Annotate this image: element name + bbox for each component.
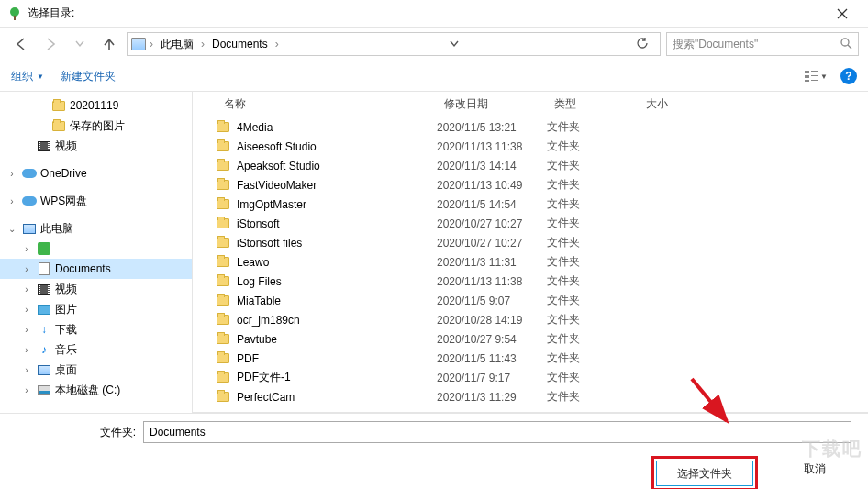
- col-size[interactable]: 大小: [639, 96, 712, 112]
- tree-item[interactable]: ›♪音乐: [0, 339, 192, 360]
- tree-item[interactable]: ›↓下载: [0, 319, 192, 339]
- file-row[interactable]: iStonsoft2020/10/27 10:27文件夹: [193, 214, 868, 233]
- tree-item[interactable]: ⌄此电脑: [0, 218, 192, 239]
- tree-item[interactable]: 视频: [0, 136, 192, 156]
- file-name: Log Files: [237, 275, 437, 288]
- select-folder-button[interactable]: 选择文件夹: [656, 461, 753, 486]
- tree-item[interactable]: ›桌面: [0, 360, 192, 380]
- expand-icon[interactable]: ›: [20, 365, 33, 375]
- col-name[interactable]: 名称: [217, 96, 437, 112]
- refresh-button[interactable]: [629, 37, 656, 52]
- breadcrumb-pc[interactable]: 此电脑: [157, 37, 197, 52]
- tree-icon: [37, 282, 51, 296]
- tree-label: 下载: [55, 322, 77, 338]
- arrow-left-icon: [14, 37, 28, 51]
- col-date[interactable]: 修改日期: [437, 96, 547, 112]
- file-row[interactable]: MiaTable2020/11/5 9:07文件夹: [193, 291, 868, 310]
- svg-rect-9: [811, 71, 818, 72]
- file-row[interactable]: Log Files2020/11/13 11:38文件夹: [193, 272, 868, 291]
- up-button[interactable]: [97, 32, 121, 56]
- file-row[interactable]: 4Media2020/11/5 13:21文件夹: [193, 117, 868, 137]
- expand-icon[interactable]: ›: [20, 385, 33, 395]
- tree-label: 视频: [55, 282, 77, 297]
- file-name: Aiseesoft Studio: [237, 140, 437, 153]
- breadcrumb-folder[interactable]: Documents: [208, 38, 272, 50]
- expand-icon[interactable]: ›: [20, 325, 33, 335]
- tree-item[interactable]: ›视频: [0, 279, 192, 299]
- col-type[interactable]: 类型: [547, 96, 639, 112]
- folder-icon: [217, 315, 231, 325]
- tree-label: 图片: [55, 302, 77, 317]
- expand-icon[interactable]: ›: [20, 284, 33, 295]
- file-row[interactable]: FastVideoMaker2020/11/13 10:49文件夹: [193, 175, 868, 194]
- search-input[interactable]: 搜索"Documents": [666, 32, 859, 56]
- tree-icon: [37, 261, 51, 276]
- help-button[interactable]: ?: [840, 68, 857, 84]
- folder-icon: [217, 122, 231, 132]
- file-row[interactable]: ocr_jm189cn2020/10/28 14:19文件夹: [193, 310, 868, 329]
- file-date: 2020/11/5 9:07: [437, 295, 547, 307]
- file-rows[interactable]: 4Media2020/11/5 13:21文件夹Aiseesoft Studio…: [193, 117, 868, 413]
- svg-rect-1: [14, 16, 16, 20]
- expand-icon[interactable]: ›: [20, 244, 33, 254]
- file-name: PerfectCam: [237, 391, 437, 404]
- tree-item[interactable]: 20201119: [0, 95, 192, 116]
- file-row[interactable]: Apeaksoft Studio2020/11/3 14:14文件夹: [193, 156, 868, 175]
- new-folder-button[interactable]: 新建文件夹: [61, 69, 116, 84]
- tree-label: 桌面: [55, 362, 77, 378]
- back-button[interactable]: [9, 32, 33, 56]
- svg-rect-11: [811, 80, 818, 81]
- app-icon: [7, 6, 22, 21]
- file-row[interactable]: iStonsoft files2020/10/27 10:27文件夹: [193, 233, 868, 252]
- expand-icon[interactable]: ›: [20, 305, 33, 315]
- body-area: 20201119保存的图片视频›OneDrive›WPS网盘⌄此电脑››Docu…: [0, 92, 868, 413]
- close-button[interactable]: [824, 0, 861, 27]
- expand-icon[interactable]: ›: [6, 196, 18, 206]
- file-type: 文件夹: [547, 235, 639, 250]
- tree-item[interactable]: ›图片: [0, 299, 192, 319]
- file-type: 文件夹: [547, 196, 639, 212]
- pc-icon: [131, 38, 146, 50]
- toolbar: 组织 ▼ 新建文件夹 ▼ ?: [0, 61, 868, 92]
- file-row[interactable]: ImgOptMaster2020/11/5 14:54文件夹: [193, 194, 868, 214]
- file-type: 文件夹: [547, 389, 639, 405]
- forward-button[interactable]: [39, 32, 62, 56]
- expand-icon[interactable]: ›: [20, 264, 33, 274]
- file-date: 2020/11/3 11:31: [437, 256, 547, 269]
- file-row[interactable]: PDF2020/11/5 11:43文件夹: [193, 349, 868, 368]
- file-row[interactable]: PerfectCam2020/11/3 11:29文件夹: [193, 387, 868, 406]
- organize-menu[interactable]: 组织: [11, 69, 33, 84]
- file-name: Leawo: [237, 256, 437, 269]
- tree-label: 本地磁盘 (C:): [55, 383, 120, 398]
- path-dropdown[interactable]: [442, 38, 466, 50]
- expand-icon[interactable]: ›: [20, 345, 33, 355]
- title-bar: 选择目录:: [0, 0, 868, 28]
- history-dropdown[interactable]: [68, 32, 92, 56]
- expand-icon[interactable]: ›: [6, 169, 18, 179]
- folder-tree[interactable]: 20201119保存的图片视频›OneDrive›WPS网盘⌄此电脑››Docu…: [0, 92, 193, 413]
- tree-item[interactable]: ›WPS网盘: [0, 191, 192, 211]
- file-row[interactable]: PDF文件-12020/11/7 9:17文件夹: [193, 368, 868, 387]
- tree-item[interactable]: ›本地磁盘 (C:): [0, 380, 192, 400]
- file-type: 文件夹: [547, 254, 639, 270]
- file-name: Apeaksoft Studio: [237, 160, 437, 172]
- folder-name-input[interactable]: [143, 421, 851, 443]
- file-date: 2020/11/13 11:38: [437, 140, 547, 153]
- file-date: 2020/11/3 14:14: [437, 160, 547, 172]
- file-date: 2020/11/7 9:17: [437, 372, 547, 384]
- expand-icon[interactable]: ⌄: [6, 224, 18, 234]
- cancel-button[interactable]: 取消: [784, 456, 846, 482]
- chevron-right-icon: ›: [148, 38, 155, 50]
- view-options[interactable]: ▼: [804, 70, 828, 83]
- tree-item[interactable]: 保存的图片: [0, 116, 192, 136]
- file-row[interactable]: Aiseesoft Studio2020/11/13 11:38文件夹: [193, 137, 868, 156]
- tree-item[interactable]: ›: [0, 239, 192, 259]
- file-name: MiaTable: [237, 295, 437, 307]
- file-row[interactable]: Leawo2020/11/3 11:31文件夹: [193, 252, 868, 272]
- file-date: 2020/11/13 11:38: [437, 275, 547, 288]
- tree-item[interactable]: ›Documents: [0, 259, 192, 279]
- tree-item[interactable]: ›OneDrive: [0, 163, 192, 183]
- file-row[interactable]: Pavtube2020/10/27 9:54文件夹: [193, 329, 868, 349]
- path-breadcrumb[interactable]: › 此电脑 › Documents ›: [127, 32, 661, 56]
- svg-rect-8: [805, 80, 809, 82]
